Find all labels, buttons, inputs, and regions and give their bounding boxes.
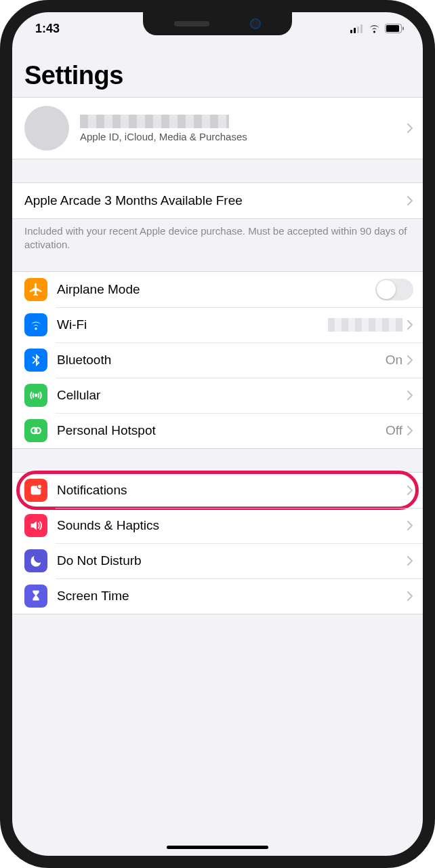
wifi-label: Wi-Fi <box>57 317 328 332</box>
chevron-right-icon <box>407 425 413 436</box>
hotspot-label: Personal Hotspot <box>57 423 386 438</box>
row-apple-arcade-promo[interactable]: Apple Arcade 3 Months Available Free <box>12 183 423 218</box>
svg-point-9 <box>35 427 41 433</box>
hotspot-value: Off <box>386 423 402 438</box>
sounds-icon <box>24 514 47 537</box>
chevron-right-icon <box>407 319 413 330</box>
notifications-icon <box>24 479 47 502</box>
device-notch <box>143 12 292 35</box>
spacer <box>12 159 423 182</box>
page-header: Settings <box>12 45 423 97</box>
airplane-label: Airplane Mode <box>57 282 375 297</box>
svg-rect-6 <box>402 27 404 31</box>
wifi-icon <box>24 313 47 336</box>
profile-subtitle: Apple ID, iCloud, Media & Purchases <box>80 131 407 142</box>
page-title: Settings <box>24 61 411 90</box>
svg-rect-1 <box>354 28 356 33</box>
bluetooth-label: Bluetooth <box>57 353 386 368</box>
chevron-right-icon <box>407 390 413 401</box>
promo-footer: Included with your recent Apple device p… <box>12 219 423 263</box>
battery-icon <box>385 24 404 33</box>
chevron-right-icon <box>407 123 413 134</box>
chevron-right-icon <box>407 355 413 366</box>
status-time: 1:43 <box>35 22 60 36</box>
hotspot-icon <box>24 419 47 442</box>
row-bluetooth[interactable]: Bluetooth On <box>12 342 423 378</box>
row-apple-id[interactable]: Apple ID, iCloud, Media & Purchases <box>12 98 423 159</box>
avatar <box>24 106 69 151</box>
group-connectivity: Airplane Mode Wi-Fi Bluetooth On Cellula… <box>12 271 423 449</box>
sounds-label: Sounds & Haptics <box>57 518 407 533</box>
group-promo: Apple Arcade 3 Months Available Free <box>12 182 423 219</box>
airplane-icon <box>24 278 47 301</box>
screentime-label: Screen Time <box>57 589 407 604</box>
group-system: Notifications Sounds & Haptics Do Not Di… <box>12 472 423 614</box>
notifications-label: Notifications <box>57 483 407 498</box>
chevron-right-icon <box>407 591 413 601</box>
row-do-not-disturb[interactable]: Do Not Disturb <box>12 543 423 578</box>
svg-rect-5 <box>386 25 399 32</box>
svg-point-7 <box>35 394 37 396</box>
home-indicator[interactable] <box>167 846 268 849</box>
group-profile: Apple ID, iCloud, Media & Purchases <box>12 97 423 159</box>
wifi-value-redacted <box>328 318 402 332</box>
svg-rect-3 <box>360 24 362 33</box>
spacer <box>12 449 423 472</box>
dnd-label: Do Not Disturb <box>57 553 407 568</box>
cell-signal-icon <box>350 24 364 33</box>
row-sounds-haptics[interactable]: Sounds & Haptics <box>12 508 423 543</box>
hourglass-icon <box>24 585 47 608</box>
profile-name-redacted <box>80 115 229 128</box>
chevron-right-icon <box>407 520 413 531</box>
svg-point-11 <box>37 484 41 488</box>
cellular-icon <box>24 384 47 407</box>
svg-rect-0 <box>350 30 352 33</box>
row-airplane-mode[interactable]: Airplane Mode <box>12 272 423 307</box>
spacer <box>12 263 423 271</box>
row-wifi[interactable]: Wi-Fi <box>12 307 423 342</box>
status-indicators <box>350 24 404 33</box>
phone-frame: 1:43 Settings Apple ID, iCloud, Media & … <box>0 0 435 868</box>
svg-rect-2 <box>357 26 359 33</box>
bluetooth-value: On <box>386 353 402 368</box>
row-personal-hotspot[interactable]: Personal Hotspot Off <box>12 413 423 448</box>
row-cellular[interactable]: Cellular <box>12 378 423 413</box>
row-notifications[interactable]: Notifications <box>12 473 423 508</box>
airplane-toggle[interactable] <box>375 279 413 300</box>
chevron-right-icon <box>407 195 413 206</box>
wifi-status-icon <box>368 24 381 33</box>
promo-label: Apple Arcade 3 Months Available Free <box>24 193 407 208</box>
cellular-label: Cellular <box>57 388 407 403</box>
chevron-right-icon <box>407 485 413 496</box>
row-screen-time[interactable]: Screen Time <box>12 578 423 614</box>
chevron-right-icon <box>407 555 413 566</box>
moon-icon <box>24 549 47 572</box>
bluetooth-icon <box>24 349 47 372</box>
